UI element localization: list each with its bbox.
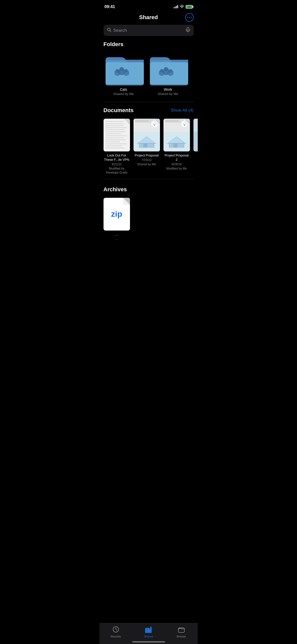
status-bar: 09:41 100 bbox=[100, 0, 198, 12]
search-bar[interactable]: Search bbox=[104, 25, 194, 36]
doc-meta-2: Modified by Me bbox=[166, 167, 187, 171]
divider-1 bbox=[104, 102, 194, 102]
folders-title: Folders bbox=[104, 41, 123, 48]
search-placeholder: Search bbox=[113, 28, 184, 33]
svg-point-8 bbox=[116, 69, 119, 73]
divider-2 bbox=[104, 179, 194, 179]
page-header: Shared bbox=[100, 12, 198, 24]
doc-item-2[interactable]: Project Proposal 2 8/28/19 Modified by M… bbox=[163, 119, 190, 175]
battery-icon: 100 bbox=[186, 5, 193, 9]
zip-label: zip bbox=[111, 209, 122, 219]
archives-section: Archives zip ... ... bbox=[100, 183, 198, 246]
folder-name-cats: Cats bbox=[120, 87, 127, 91]
status-time: 09:41 bbox=[105, 4, 115, 9]
doc-date-0: 9/21/22 bbox=[112, 163, 122, 167]
doc-thumbnail-3 bbox=[193, 119, 198, 151]
folder-icon-work bbox=[148, 53, 188, 85]
zip-thumbnail-0: zip bbox=[104, 198, 130, 231]
doc-thumbnail-1 bbox=[134, 119, 160, 151]
doc-meta-0: Modified by Penelope Gratis bbox=[104, 167, 130, 175]
doc-item-1[interactable]: Project Proposal 7/15/22 Shared by Me bbox=[134, 119, 160, 175]
svg-point-13 bbox=[164, 67, 168, 71]
status-icons: 100 bbox=[174, 5, 193, 9]
folder-subtitle-cats: Shared by Me bbox=[113, 92, 134, 96]
folder-item-work[interactable]: Work Shared by Me bbox=[148, 53, 188, 96]
wifi-icon bbox=[180, 5, 184, 9]
fold-corner bbox=[124, 119, 130, 125]
doc-date-2: 8/28/19 bbox=[172, 163, 182, 167]
zip-item-0[interactable]: zip ... ... bbox=[104, 198, 130, 240]
svg-line-1 bbox=[110, 30, 111, 32]
search-icon bbox=[107, 28, 111, 33]
folders-section-header: Folders bbox=[100, 40, 198, 51]
zip-name-0: ... bbox=[115, 233, 118, 236]
show-all-link[interactable]: Show All (4) bbox=[171, 108, 194, 113]
doc-name-0: Look Out For These F...ile VPN bbox=[104, 153, 130, 162]
svg-point-6 bbox=[120, 67, 124, 71]
folders-grid: Cats Shared by Me Work Shared by Me bbox=[100, 51, 198, 102]
svg-rect-20 bbox=[144, 144, 147, 147]
doc-item-0[interactable]: Look Out For These F...ile VPN 9/21/22 M… bbox=[104, 119, 130, 175]
doc-item-3[interactable]: Ko... Sh... bbox=[193, 119, 198, 175]
archives-grid: zip ... ... bbox=[100, 196, 198, 242]
documents-section-header: Documents Show All (4) bbox=[100, 106, 198, 117]
doc-date-1: 7/15/22 bbox=[142, 158, 152, 162]
doc-name-2: Project Proposal 2 bbox=[163, 153, 190, 162]
folder-item-cats[interactable]: Cats Shared by Me bbox=[104, 53, 144, 96]
fold-corner-1 bbox=[154, 119, 160, 125]
ellipsis-icon bbox=[187, 17, 192, 18]
archives-section-header: Archives bbox=[100, 185, 198, 196]
svg-marker-19 bbox=[138, 137, 155, 143]
doc-meta-1: Shared by Me bbox=[137, 163, 156, 167]
svg-point-10 bbox=[124, 69, 128, 73]
svg-rect-24 bbox=[174, 144, 177, 147]
folder-name-work: Work bbox=[164, 87, 172, 91]
documents-row: Look Out For These F...ile VPN 9/21/22 M… bbox=[100, 117, 198, 179]
svg-rect-2 bbox=[187, 27, 189, 30]
page-title: Shared bbox=[139, 14, 158, 21]
zip-meta-0: ... bbox=[115, 237, 118, 240]
svg-point-15 bbox=[160, 69, 163, 73]
svg-point-17 bbox=[169, 69, 172, 73]
documents-title: Documents bbox=[104, 107, 134, 114]
doc-thumbnail-2 bbox=[163, 119, 190, 151]
more-options-button[interactable] bbox=[185, 13, 194, 22]
microphone-icon[interactable] bbox=[186, 27, 190, 34]
fold-corner-2 bbox=[184, 119, 190, 125]
folder-subtitle-work: Shared by Me bbox=[158, 92, 178, 96]
doc-thumbnail-0 bbox=[104, 119, 130, 151]
archives-title: Archives bbox=[104, 186, 127, 193]
svg-marker-23 bbox=[168, 137, 185, 143]
doc-name-1: Project Proposal bbox=[135, 153, 158, 158]
folder-icon-cats bbox=[104, 53, 144, 85]
signal-icon bbox=[174, 5, 178, 8]
